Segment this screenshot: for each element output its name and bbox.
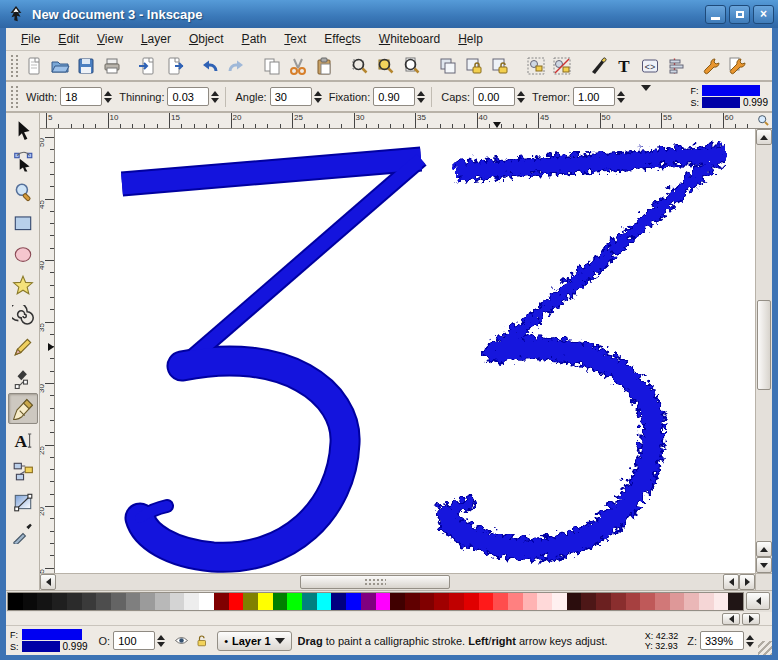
edit-redo-button[interactable] bbox=[224, 54, 248, 78]
palette-swatch[interactable] bbox=[37, 593, 52, 610]
pen-tool[interactable] bbox=[8, 362, 38, 393]
palette-swatch[interactable] bbox=[552, 593, 567, 610]
star-tool[interactable] bbox=[8, 269, 38, 300]
layer-visibility-eye-icon[interactable] bbox=[173, 632, 190, 649]
thinning-down-icon[interactable] bbox=[211, 98, 219, 103]
zoom-selection-button[interactable] bbox=[348, 54, 372, 78]
palette-swatch[interactable] bbox=[640, 593, 655, 610]
zoom-tool[interactable] bbox=[8, 176, 38, 207]
palette-swatch[interactable] bbox=[567, 593, 582, 610]
text-dialog-button[interactable]: T bbox=[612, 54, 636, 78]
menu-whiteboard[interactable]: Whiteboard bbox=[370, 29, 449, 49]
width-up-icon[interactable] bbox=[104, 91, 112, 96]
calligraphic-3[interactable] bbox=[122, 159, 421, 557]
horizontal-scroll-track[interactable] bbox=[56, 574, 723, 590]
zoom-up-icon[interactable] bbox=[746, 635, 754, 640]
document-new-button[interactable] bbox=[22, 54, 46, 78]
tremor-down-icon[interactable] bbox=[617, 98, 625, 103]
menu-effects[interactable]: Effects bbox=[315, 29, 369, 49]
palette-swatch[interactable] bbox=[199, 593, 214, 610]
titlebar[interactable]: New document 3 - Inkscape × bbox=[0, 0, 778, 28]
palette-swatch[interactable] bbox=[126, 593, 141, 610]
palette-swatch[interactable] bbox=[140, 593, 155, 610]
width-input[interactable]: 18 bbox=[60, 87, 102, 106]
menu-edit[interactable]: Edit bbox=[49, 29, 88, 49]
toolbar-grip[interactable] bbox=[11, 55, 18, 77]
palette-swatch[interactable] bbox=[670, 593, 685, 610]
selector-tool[interactable] bbox=[8, 114, 38, 145]
palette-swatch[interactable] bbox=[699, 593, 714, 610]
palette-swatch[interactable] bbox=[111, 593, 126, 610]
palette-swatch[interactable] bbox=[581, 593, 596, 610]
close-button[interactable]: × bbox=[753, 5, 774, 24]
palette-swatch[interactable] bbox=[434, 593, 449, 610]
scroll-left-icon[interactable] bbox=[40, 574, 56, 590]
opacity-input[interactable]: 100 bbox=[113, 631, 155, 650]
edit-paste-button[interactable] bbox=[312, 54, 336, 78]
tremor-up-icon[interactable] bbox=[617, 91, 625, 96]
fixation-up-icon[interactable] bbox=[417, 91, 425, 96]
stroke-swatch[interactable] bbox=[22, 641, 60, 652]
palette-swatch[interactable] bbox=[346, 593, 361, 610]
palette-swatch[interactable] bbox=[684, 593, 699, 610]
document-open-button[interactable] bbox=[48, 54, 72, 78]
duplicate-button[interactable] bbox=[436, 54, 460, 78]
calligraphy-tool[interactable] bbox=[8, 393, 38, 424]
tool-options-grip[interactable] bbox=[11, 86, 18, 108]
document-print-button[interactable] bbox=[100, 54, 124, 78]
canvas[interactable] bbox=[55, 129, 755, 573]
palette-swatch[interactable] bbox=[523, 593, 538, 610]
menu-object[interactable]: Object bbox=[180, 29, 233, 49]
menu-help[interactable]: Help bbox=[449, 29, 492, 49]
layer-selector[interactable]: • Layer 1 bbox=[217, 631, 291, 651]
palette-swatch[interactable] bbox=[273, 593, 288, 610]
scroll-left2-icon[interactable] bbox=[723, 574, 739, 590]
unlink-clone-button[interactable] bbox=[488, 54, 512, 78]
spiral-tool[interactable] bbox=[8, 300, 38, 331]
caps-up-icon[interactable] bbox=[517, 91, 525, 96]
horizontal-scrollbar[interactable] bbox=[40, 573, 755, 590]
palette-swatch[interactable] bbox=[449, 593, 464, 610]
width-down-icon[interactable] bbox=[104, 98, 112, 103]
group-button[interactable] bbox=[524, 54, 548, 78]
ellipse-tool[interactable] bbox=[8, 238, 38, 269]
document-export-button[interactable] bbox=[162, 54, 186, 78]
menu-path[interactable]: Path bbox=[233, 29, 276, 49]
palette-swatch[interactable] bbox=[317, 593, 332, 610]
fill-stroke-indicator[interactable]: F: S: 0.999 bbox=[10, 629, 88, 652]
scroll-up-icon[interactable] bbox=[756, 129, 772, 145]
palette-swatch[interactable] bbox=[52, 593, 67, 610]
palette-swatch[interactable] bbox=[376, 593, 391, 610]
horizontal-ruler[interactable]: 51015202530354045505560 bbox=[40, 113, 755, 129]
align-dialog-button[interactable] bbox=[664, 54, 688, 78]
fill-swatch[interactable] bbox=[22, 629, 82, 640]
palette-swatch[interactable] bbox=[508, 593, 523, 610]
zoom-down-icon[interactable] bbox=[746, 642, 754, 647]
scroll-right-icon[interactable] bbox=[739, 574, 755, 590]
caps-down-icon[interactable] bbox=[517, 98, 525, 103]
opacity-up-icon[interactable] bbox=[157, 635, 165, 640]
tool-options-dropdown-icon[interactable] bbox=[641, 91, 651, 103]
node-editor-tool[interactable] bbox=[8, 145, 38, 176]
palette-swatch[interactable] bbox=[214, 593, 229, 610]
palette-swatch[interactable] bbox=[611, 593, 626, 610]
document-import-button[interactable] bbox=[136, 54, 160, 78]
palette-swatch[interactable] bbox=[170, 593, 185, 610]
connector-tool[interactable] bbox=[8, 455, 38, 486]
edit-undo-button[interactable] bbox=[198, 54, 222, 78]
xml-editor-button[interactable]: <> bbox=[638, 54, 662, 78]
palette-swatch[interactable] bbox=[96, 593, 111, 610]
opacity-down-icon[interactable] bbox=[157, 642, 165, 647]
palette-scroll-left-icon[interactable] bbox=[746, 592, 770, 610]
palette-swatch[interactable] bbox=[287, 593, 302, 610]
text-tool[interactable]: A bbox=[8, 424, 38, 455]
palette-swatch[interactable] bbox=[302, 593, 317, 610]
fixation-down-icon[interactable] bbox=[417, 98, 425, 103]
horizontal-scroll-thumb[interactable] bbox=[300, 575, 450, 589]
layer-lock-open-icon[interactable] bbox=[194, 632, 211, 649]
minimize-button[interactable] bbox=[705, 5, 726, 24]
palette-swatch[interactable] bbox=[420, 593, 435, 610]
palette-swatch[interactable] bbox=[361, 593, 376, 610]
fill-stroke-dialog-button[interactable] bbox=[586, 54, 610, 78]
maximize-button[interactable] bbox=[729, 5, 750, 24]
